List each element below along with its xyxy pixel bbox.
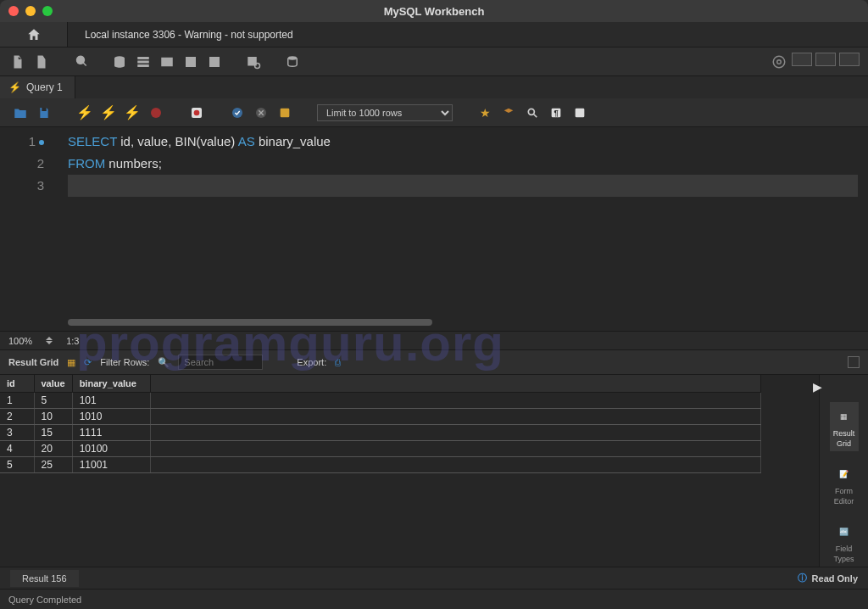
result-grid-wrap[interactable]: idvaluebinary_value151012101010315111142…	[0, 375, 819, 567]
rollback-icon[interactable]	[253, 104, 270, 121]
svg-point-9	[288, 56, 298, 60]
refresh-icon[interactable]: ⟳	[84, 357, 92, 368]
traffic-lights	[8, 6, 53, 16]
pin-panel-icon[interactable]	[848, 356, 860, 368]
new-view-icon[interactable]	[158, 53, 176, 71]
panel-toggle-bottom[interactable]	[815, 53, 836, 66]
gear-icon[interactable]	[770, 53, 788, 71]
title-bar: MySQL Workbench	[0, 0, 868, 22]
svg-point-13	[151, 108, 161, 118]
horizontal-scrollbar[interactable]	[68, 319, 432, 326]
side-item-icon: 🔤	[833, 521, 855, 543]
readonly-label: Read Only	[812, 573, 858, 584]
search-icon: 🔍	[158, 357, 170, 368]
query-tab[interactable]: ⚡ Query 1	[0, 76, 75, 98]
execute-current-icon[interactable]: ⚡	[100, 104, 117, 121]
close-window-button[interactable]	[8, 6, 19, 16]
minimize-window-button[interactable]	[25, 6, 36, 16]
new-function-icon[interactable]	[205, 53, 224, 71]
connection-tab[interactable]: Local instance 3306 - Warning - not supp…	[68, 22, 310, 47]
column-header[interactable]: id	[0, 375, 34, 393]
side-item-icon: ▦	[833, 405, 855, 427]
side-panel-item[interactable]: 🔤FieldTypes	[830, 517, 859, 567]
result-count-tab[interactable]: Result 156	[10, 570, 79, 587]
query-toolbar: ⚡ ⚡ ⚡ Limit to 1000 rows ★ ¶	[0, 98, 868, 127]
svg-text:¶: ¶	[554, 109, 558, 117]
favorite-icon[interactable]: ★	[476, 104, 493, 121]
svg-rect-18	[281, 108, 290, 117]
maximize-window-button[interactable]	[42, 6, 53, 16]
result-side-panel: ▶ ▦ResultGrid📝FormEditor🔤FieldTypes▲▼	[819, 375, 868, 567]
new-procedure-icon[interactable]	[181, 53, 200, 71]
result-area: idvaluebinary_value151012101010315111142…	[0, 375, 868, 567]
reconnect-icon[interactable]	[283, 53, 302, 71]
info-icon: ⓘ	[798, 572, 807, 584]
save-file-icon[interactable]	[36, 104, 53, 121]
search-input[interactable]	[178, 355, 263, 370]
table-row[interactable]: 52511001	[0, 457, 760, 473]
result-grid-label: Result Grid	[8, 357, 58, 367]
sql-editor[interactable]: 123 SELECT id, value, BIN(value) AS bina…	[0, 127, 868, 331]
status-text: Query Completed	[8, 595, 81, 605]
side-panel-item[interactable]: 📝FormEditor	[830, 460, 859, 509]
stop-icon[interactable]	[147, 104, 164, 121]
cursor-line-highlight	[68, 175, 858, 197]
column-header[interactable]: value	[34, 375, 72, 393]
find-icon[interactable]	[524, 104, 541, 121]
query-tab-bar: ⚡ Query 1	[0, 76, 868, 98]
status-bar: Query Completed	[0, 589, 868, 609]
code-area[interactable]: SELECT id, value, BIN(value) AS binary_v…	[51, 127, 868, 331]
export-label: Export:	[297, 357, 326, 367]
invisible-chars-icon[interactable]: ¶	[548, 104, 565, 121]
result-toolbar: Result Grid ▦ ⟳ Filter Rows: 🔍 Export: ⎙	[0, 349, 868, 375]
new-table-icon[interactable]	[134, 53, 153, 71]
bolt-icon: ⚡	[8, 81, 21, 93]
panel-collapse-arrow[interactable]: ▶	[813, 380, 822, 394]
export-icon[interactable]: ⎙	[335, 357, 341, 367]
svg-point-16	[232, 108, 242, 118]
table-row[interactable]: 3151111	[0, 425, 760, 441]
home-tab[interactable]	[0, 22, 68, 47]
bottom-tabs: Result 156 ⓘ Read Only	[0, 567, 868, 589]
readonly-indicator: ⓘ Read Only	[798, 572, 858, 584]
svg-point-15	[194, 109, 200, 115]
filter-rows-label: Filter Rows:	[100, 357, 149, 367]
beautify-icon[interactable]	[500, 104, 517, 121]
cancel-edits-icon[interactable]	[188, 104, 205, 121]
cursor-position: 1:3	[66, 336, 79, 346]
svg-rect-5	[186, 57, 196, 67]
svg-line-20	[534, 114, 537, 117]
svg-rect-2	[137, 60, 149, 63]
side-panel-item[interactable]: ▦ResultGrid	[830, 402, 859, 451]
panel-toggle-right[interactable]	[839, 53, 860, 66]
grid-icon[interactable]: ▦	[67, 357, 75, 368]
panel-toggle-left[interactable]	[792, 53, 812, 66]
limit-rows-select[interactable]: Limit to 1000 rows	[317, 104, 453, 121]
svg-rect-1	[137, 57, 149, 59]
zoom-stepper[interactable]	[46, 337, 53, 344]
open-sql-file-icon[interactable]	[32, 53, 51, 71]
explain-icon[interactable]: ⚡	[124, 104, 141, 121]
autocommit-icon[interactable]	[276, 104, 293, 121]
home-icon	[26, 27, 42, 42]
svg-point-19	[528, 109, 534, 115]
column-header[interactable]: binary_value	[72, 375, 150, 393]
app-title: MySQL Workbench	[384, 5, 485, 18]
query-tab-label: Query 1	[26, 81, 63, 93]
commit-icon[interactable]	[229, 104, 246, 121]
wrap-icon[interactable]	[571, 104, 588, 121]
svg-point-11	[773, 56, 785, 68]
inspector-icon[interactable]	[71, 53, 90, 71]
side-item-icon: 📝	[833, 463, 855, 485]
svg-rect-12	[42, 108, 46, 111]
result-grid[interactable]: idvaluebinary_value151012101010315111142…	[0, 375, 761, 473]
execute-icon[interactable]: ⚡	[76, 104, 93, 121]
svg-point-10	[777, 59, 782, 64]
table-row[interactable]: 42010100	[0, 441, 760, 457]
search-table-icon[interactable]	[244, 53, 263, 71]
table-row[interactable]: 2101010	[0, 409, 760, 425]
new-sql-file-icon[interactable]	[8, 53, 27, 71]
new-schema-icon[interactable]	[110, 53, 129, 71]
table-row[interactable]: 15101	[0, 393, 760, 409]
open-file-icon[interactable]	[12, 104, 29, 121]
